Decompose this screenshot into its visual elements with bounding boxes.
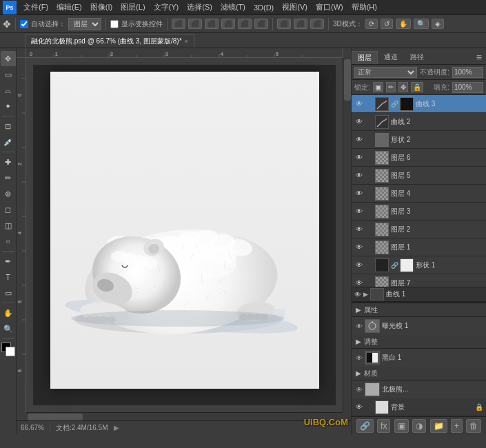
layer-eye-6[interactable]: 👁: [354, 153, 364, 163]
lock-all-btn[interactable]: 🔒: [411, 82, 423, 92]
move-tool[interactable]: ✥: [1, 51, 16, 66]
brush-tool[interactable]: ✏: [1, 170, 16, 185]
3d-rotate-btn[interactable]: ⟳: [365, 19, 378, 29]
layer-eye-bg[interactable]: 👁: [354, 403, 364, 412]
menu-window[interactable]: 窗口(W): [312, 1, 347, 14]
link-layers-btn[interactable]: 🔗: [356, 419, 374, 433]
align-bottom-btn[interactable]: ⬛: [254, 19, 268, 29]
dist-v-btn[interactable]: ⬛: [294, 19, 307, 29]
align-middle-btn[interactable]: ⬛: [238, 19, 252, 29]
tab-close-btn[interactable]: ×: [185, 38, 188, 45]
gradient-tool[interactable]: ◫: [1, 218, 16, 233]
selection-tool[interactable]: ▭: [1, 67, 16, 82]
clone-tool[interactable]: ⊕: [1, 186, 16, 201]
layer-eye-1[interactable]: 👁: [354, 243, 364, 252]
lock-transparent-btn[interactable]: ▣: [373, 82, 383, 92]
new-layer-btn[interactable]: +: [451, 419, 463, 433]
pen-tool[interactable]: ✒: [1, 254, 16, 269]
blend-mode-select[interactable]: 正常: [354, 67, 417, 78]
fill-input[interactable]: [452, 82, 483, 93]
lasso-tool[interactable]: ⌓: [1, 83, 16, 98]
layer-item-6[interactable]: 👁 图层 6: [352, 149, 486, 167]
menu-layer[interactable]: 图层(L): [117, 1, 149, 14]
document-canvas[interactable]: [50, 72, 319, 389]
tab-channels[interactable]: 通道: [378, 50, 404, 64]
eraser-tool[interactable]: ◻: [1, 202, 16, 217]
layer-item-5[interactable]: 👁 图层 5: [352, 167, 486, 185]
3d-pan-btn[interactable]: ✋: [396, 19, 411, 29]
align-left-btn[interactable]: ⬛: [172, 19, 185, 29]
lock-position-btn[interactable]: ✥: [398, 82, 408, 92]
menu-view[interactable]: 视图(V): [278, 1, 312, 14]
zoom-tool[interactable]: 🔍: [1, 321, 16, 336]
menu-edit[interactable]: 编辑(E): [52, 1, 86, 14]
document-tab[interactable]: 融化的北极熊.psd @ 66.7% (曲线 3, 图层蒙版/8)* ×: [25, 34, 194, 48]
shape-tool[interactable]: ▭: [1, 285, 16, 301]
text-tool[interactable]: T: [1, 269, 16, 285]
crop-tool[interactable]: ⊡: [1, 119, 16, 134]
dist-c-btn[interactable]: ⬛: [310, 19, 324, 29]
layer-eye-shape2[interactable]: 👁: [354, 135, 364, 145]
layer-eye-curve3[interactable]: 👁: [354, 99, 364, 109]
auto-select-checkbox[interactable]: [20, 20, 28, 28]
tab-layers[interactable]: 图层: [352, 51, 378, 64]
properties-panel-header[interactable]: ▶ 属性: [352, 303, 486, 317]
layer-eye-2[interactable]: 👁: [354, 225, 364, 234]
layer-eye-3[interactable]: 👁: [354, 207, 364, 216]
layer-item-curve3[interactable]: 👁 🔗 曲线 3: [352, 95, 486, 113]
eyedropper-tool[interactable]: 💉: [1, 134, 16, 150]
menu-3d[interactable]: 3D(D): [250, 2, 278, 13]
opacity-input[interactable]: [452, 67, 483, 78]
materials-panel-header[interactable]: ▶ 材质: [352, 367, 486, 380]
lock-image-btn[interactable]: ✏: [386, 82, 396, 92]
layer-item-2[interactable]: 👁 图层 2: [352, 221, 486, 238]
layer-eye-5[interactable]: 👁: [354, 171, 364, 181]
menu-filter[interactable]: 滤镜(T): [216, 1, 250, 14]
exposure-row[interactable]: 👁 曝光模 1: [354, 318, 483, 334]
hand-tool[interactable]: ✋: [1, 305, 16, 320]
layer-item-shape2[interactable]: 👁 形状 2: [352, 131, 486, 149]
heal-tool[interactable]: ✚: [1, 154, 16, 170]
horizontal-scrollbar[interactable]: [26, 412, 343, 420]
delete-layer-btn[interactable]: 🗑: [466, 419, 481, 433]
panel-menu-btn[interactable]: ≡: [472, 50, 486, 64]
show-transform-checkbox[interactable]: [110, 20, 119, 28]
3d-roll-btn[interactable]: ↺: [381, 19, 393, 29]
magic-wand-tool[interactable]: ✦: [1, 99, 16, 114]
align-center-btn[interactable]: ⬛: [188, 19, 202, 29]
layer-item-1[interactable]: 👁 图层 1: [352, 238, 486, 256]
menu-image[interactable]: 图像(I): [86, 1, 117, 14]
layer-item-3[interactable]: 👁 图层 3: [352, 203, 486, 221]
layer-item-4[interactable]: 👁 图层 4: [352, 185, 486, 203]
tab-paths[interactable]: 路径: [404, 50, 430, 64]
vertical-scrollbar[interactable]: [343, 58, 351, 412]
bw-row[interactable]: 👁 黑白 1: [354, 350, 483, 365]
layer-item-curve2[interactable]: 👁 曲线 2: [352, 113, 486, 131]
canvas-viewport[interactable]: [26, 58, 343, 412]
3d-perspective-btn[interactable]: ◈: [432, 19, 444, 29]
status-arrow[interactable]: ▶: [114, 424, 119, 431]
layer-eye-curve2[interactable]: 👁: [354, 117, 364, 127]
mini-eye-exposure[interactable]: 👁: [356, 323, 363, 330]
align-right-btn[interactable]: ⬛: [205, 19, 219, 29]
new-adjustment-btn[interactable]: ◑: [412, 419, 426, 433]
menu-help[interactable]: 帮助(H): [347, 1, 381, 14]
collapsed-group-eye[interactable]: 👁: [354, 291, 361, 298]
adjustments-panel-header[interactable]: ▶ 调整: [352, 335, 486, 349]
new-group-btn[interactable]: 📁: [430, 419, 447, 433]
move-tool-icon[interactable]: ✥: [3, 19, 11, 30]
auto-select-dropdown[interactable]: 图层: [68, 18, 101, 30]
dodge-tool[interactable]: ○: [1, 234, 16, 249]
collapsed-group[interactable]: 👁 ▶ 曲线 1: [352, 287, 486, 302]
mini-eye-texture[interactable]: 👁: [356, 386, 363, 394]
3d-zoom-btn[interactable]: 🔍: [414, 19, 429, 29]
layer-eye-shape1[interactable]: 👁: [354, 261, 364, 270]
align-top-btn[interactable]: ⬛: [221, 19, 235, 29]
texture-row[interactable]: 👁 北极熊...: [354, 382, 483, 397]
layer-eye-7[interactable]: 👁: [354, 278, 364, 287]
layer-item-background[interactable]: 👁 背景 🔒: [352, 398, 486, 416]
menu-file[interactable]: 文件(F): [19, 1, 52, 14]
dist-h-btn[interactable]: ⬛: [277, 19, 291, 29]
menu-type[interactable]: 文字(Y): [150, 1, 183, 14]
menu-select[interactable]: 选择(S): [183, 1, 216, 14]
